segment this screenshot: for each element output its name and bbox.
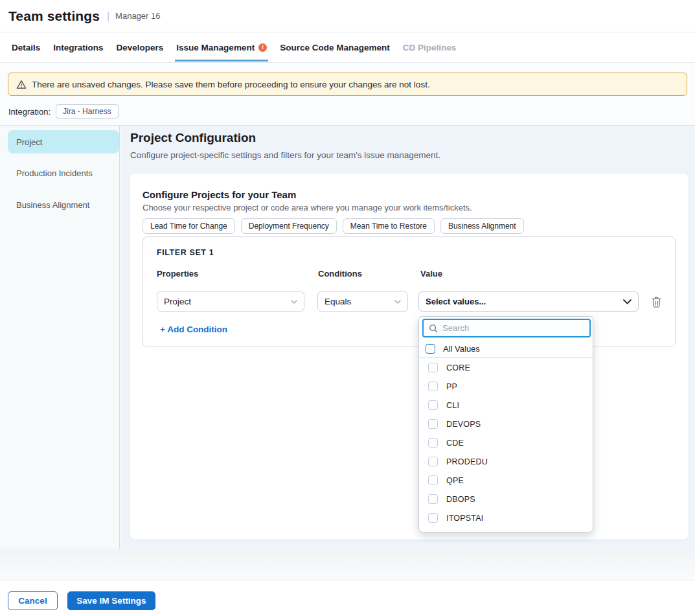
metric-chips-row: Lead Time for Change Deployment Frequenc…	[142, 218, 524, 234]
add-condition-button[interactable]: + Add Condition	[160, 325, 227, 334]
search-input[interactable]	[442, 323, 572, 333]
card-title: Configure Projects for your Team	[142, 189, 296, 200]
checkbox[interactable]	[428, 438, 438, 448]
chip-lead-time-for-change[interactable]: Lead Time for Change	[142, 218, 235, 234]
option-cde[interactable]: CDE	[419, 433, 593, 452]
tab-details[interactable]: Details	[12, 34, 40, 61]
save-im-settings-button[interactable]: Save IM Settings	[67, 591, 155, 610]
banner-message: There are unsaved changes. Please save t…	[32, 80, 430, 89]
checkbox[interactable]	[428, 475, 438, 485]
chevron-down-icon	[623, 299, 632, 304]
option-core[interactable]: CORE	[419, 358, 593, 377]
sidebar-item-project[interactable]: Project	[8, 130, 119, 154]
option-itopstai[interactable]: ITOPSTAI	[419, 508, 593, 527]
delete-filter-icon[interactable]	[650, 295, 663, 308]
integration-row: Integration: Jira - Harness	[8, 104, 119, 119]
unsaved-warning-badge-icon: !	[258, 43, 267, 52]
sidebar-item-business-alignment[interactable]: Business Alignment	[8, 193, 119, 216]
checkbox[interactable]	[428, 494, 438, 504]
warning-triangle-icon	[16, 80, 27, 89]
chevron-down-icon	[291, 300, 297, 304]
all-values-checkbox[interactable]	[426, 344, 435, 354]
option-cli[interactable]: CLI	[419, 396, 593, 415]
chip-business-alignment[interactable]: Business Alignment	[440, 218, 524, 234]
property-select[interactable]: Project	[157, 291, 304, 312]
option-pp[interactable]: PP	[419, 377, 593, 396]
integration-chip[interactable]: Jira - Harness	[56, 104, 119, 119]
team-name-label: Manager 16	[115, 11, 160, 21]
tab-cd-pipelines: CD Pipelines	[403, 34, 457, 61]
filter-set-1-box: FILTER SET 1 Properties Conditions Value…	[142, 236, 676, 347]
configure-projects-card: Configure Projects for your Team Choose …	[130, 174, 689, 540]
page-header: Team settings | Manager 16	[0, 0, 695, 32]
config-sidebar: Project Production Incidents Business Al…	[0, 126, 120, 549]
tab-issue-management[interactable]: Issue Management !	[176, 34, 267, 61]
project-config-panel: Project Configuration Configure project-…	[120, 126, 695, 549]
value-multiselect[interactable]: Select values...	[418, 291, 639, 312]
dropdown-search-box[interactable]	[422, 319, 591, 337]
title-separator: |	[107, 10, 109, 22]
footer-gradient	[0, 549, 695, 580]
chevron-down-icon	[394, 300, 401, 304]
option-qpe[interactable]: QPE	[419, 471, 593, 490]
tab-developers[interactable]: Developers	[117, 34, 164, 61]
checkbox[interactable]	[428, 419, 438, 429]
footer-bar: Cancel Save IM Settings	[0, 580, 695, 616]
value-column-label: Value	[420, 269, 442, 279]
checkbox[interactable]	[428, 400, 438, 410]
tab-source-code-management[interactable]: Source Code Management	[280, 34, 390, 61]
option-prodedu[interactable]: PRODEDU	[419, 452, 593, 471]
conditions-column-label: Conditions	[318, 269, 362, 279]
checkbox[interactable]	[428, 457, 438, 466]
unsaved-changes-banner: There are unsaved changes. Please save t…	[8, 73, 687, 96]
dropdown-options-list: CORE PP CLI DEVOPS CDE PRODEDU QPE DBOPS…	[419, 358, 593, 532]
sidebar-item-production-incidents[interactable]: Production Incidents	[8, 161, 119, 185]
checkbox[interactable]	[428, 363, 438, 372]
checkbox[interactable]	[428, 382, 438, 391]
cancel-button[interactable]: Cancel	[8, 591, 58, 610]
option-dbops[interactable]: DBOPS	[419, 490, 593, 508]
tab-integrations[interactable]: Integrations	[53, 34, 103, 61]
checkbox[interactable]	[428, 513, 438, 523]
condition-select[interactable]: Equals	[317, 291, 408, 312]
filter-set-title: FILTER SET 1	[157, 248, 214, 257]
settings-tabbar: Details Integrations Developers Issue Ma…	[0, 32, 695, 63]
checkbox[interactable]	[428, 532, 438, 532]
all-values-option[interactable]: All Values	[419, 340, 593, 358]
properties-column-label: Properties	[157, 269, 198, 279]
integration-label: Integration:	[8, 107, 51, 117]
page-title: Team settings	[8, 8, 100, 24]
section-subtitle: Configure project-specific settings and …	[130, 150, 440, 160]
chip-mean-time-to-restore[interactable]: Mean Time to Restore	[343, 218, 435, 234]
option-devops[interactable]: DEVOPS	[419, 415, 593, 433]
card-subtitle: Choose your respective project or code a…	[142, 203, 472, 212]
chip-deployment-frequency[interactable]: Deployment Frequency	[241, 218, 337, 234]
value-dropdown: All Values CORE PP CLI DEVOPS CDE PRODED…	[418, 316, 593, 532]
search-icon	[429, 324, 438, 333]
section-title: Project Configuration	[130, 131, 256, 145]
option-pipe[interactable]: PIPE	[419, 527, 593, 532]
